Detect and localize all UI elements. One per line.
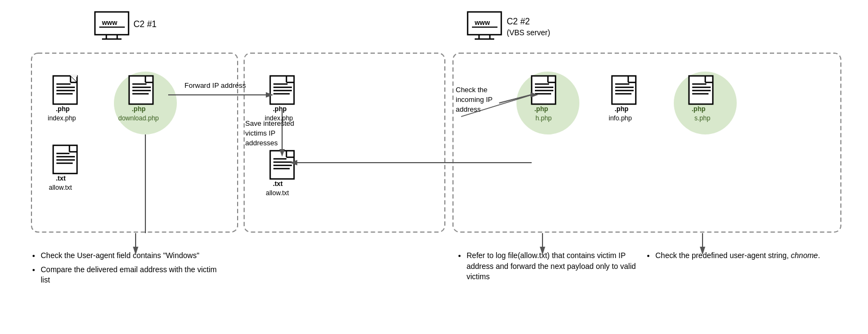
svg-text:addresses: addresses: [245, 139, 278, 147]
c2-2-label: C2 #2: [507, 17, 530, 26]
svg-text:allow.txt: allow.txt: [49, 184, 72, 191]
svg-text:index.php: index.php: [265, 114, 293, 122]
svg-rect-57: [270, 151, 294, 179]
bullet-section-middle: Refer to log file(allow.txt) that contai…: [456, 251, 640, 286]
svg-marker-101: [290, 160, 297, 165]
svg-line-106: [499, 95, 531, 103]
svg-rect-75: [612, 76, 636, 104]
svg-text:address: address: [456, 105, 481, 113]
svg-marker-94: [266, 92, 273, 98]
svg-text:s.php: s.php: [694, 114, 711, 122]
svg-text:index.php: index.php: [48, 114, 76, 122]
svg-text:victims IP: victims IP: [245, 129, 276, 137]
svg-text:Save interested: Save interested: [245, 119, 294, 127]
svg-text:.php: .php: [615, 105, 628, 113]
bullet-item: Check the User-agent field contains "Win…: [41, 251, 225, 261]
svg-text:.php: .php: [56, 105, 69, 113]
svg-marker-96: [279, 149, 285, 157]
svg-rect-84: [689, 76, 713, 104]
c2-1-label: C2 #1: [133, 20, 157, 29]
svg-text:h.php: h.php: [535, 114, 552, 122]
bullet-section-right: Check the predefined user-agent string, …: [644, 251, 840, 265]
svg-marker-20: [71, 76, 77, 82]
svg-rect-15: [453, 53, 841, 232]
svg-point-16: [114, 72, 177, 134]
svg-text:.php: .php: [273, 105, 286, 113]
svg-text:www: www: [474, 19, 490, 27]
forward-ip-label: Forward IP address: [184, 81, 246, 89]
svg-rect-66: [532, 76, 556, 104]
svg-rect-39: [53, 145, 77, 174]
svg-point-18: [674, 72, 737, 134]
svg-text:.php: .php: [534, 105, 548, 113]
svg-text:.php: .php: [132, 105, 145, 113]
svg-text:www: www: [101, 19, 118, 27]
svg-marker-107: [531, 92, 538, 98]
svg-text:incoming IP: incoming IP: [456, 95, 493, 104]
svg-text:.php: .php: [692, 105, 705, 113]
svg-rect-13: [31, 53, 238, 232]
bullet-item: Check the predefined user-agent string, …: [655, 251, 840, 261]
svg-text:download.php: download.php: [118, 114, 159, 122]
svg-text:info.php: info.php: [609, 114, 632, 122]
bullet-item: Refer to log file(allow.txt) that contai…: [467, 251, 640, 282]
svg-text:.txt: .txt: [56, 175, 66, 182]
svg-point-17: [516, 72, 579, 134]
svg-line-105: [461, 95, 532, 117]
diagram-container: www C2 #1 www C2 #2 (VBS server): [0, 0, 868, 334]
svg-rect-30: [129, 76, 153, 104]
svg-rect-19: [53, 76, 77, 104]
svg-rect-0: [95, 12, 129, 35]
bullet-item: Compare the delivered email address with…: [41, 265, 225, 286]
svg-text:Check the: Check the: [456, 86, 488, 94]
svg-rect-14: [244, 53, 445, 232]
svg-text:allow.txt: allow.txt: [266, 189, 289, 197]
svg-rect-48: [270, 76, 294, 104]
svg-text:.txt: .txt: [273, 180, 283, 188]
svg-text:(VBS server): (VBS server): [507, 28, 550, 37]
bullet-section-left: Check the User-agent field contains "Win…: [30, 251, 225, 289]
svg-rect-6: [468, 12, 501, 35]
